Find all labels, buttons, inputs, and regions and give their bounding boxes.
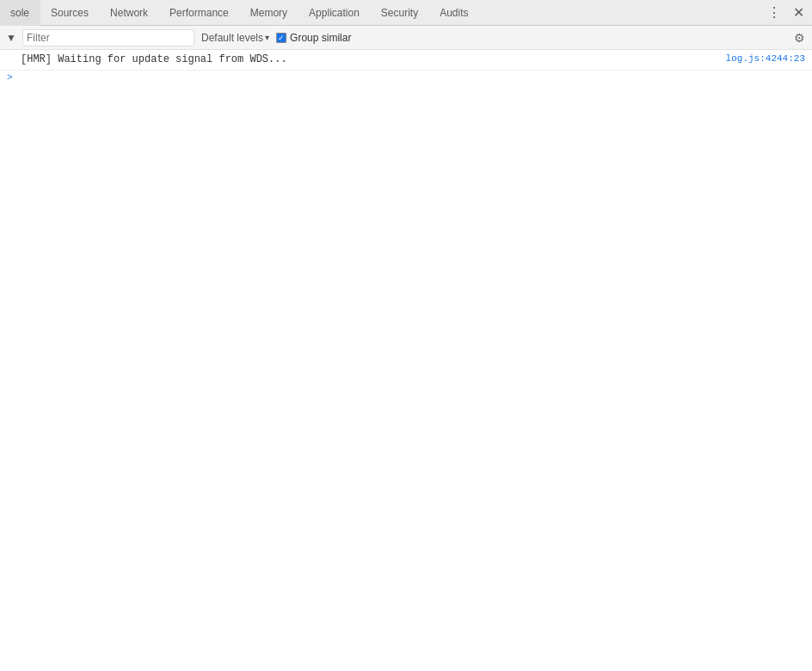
gear-icon: ⚙: [794, 31, 805, 45]
default-levels-dropdown[interactable]: Default levels ▾: [198, 29, 273, 46]
more-tabs-icon: ⋮: [767, 4, 781, 21]
tab-bar-right: ⋮ ✕: [764, 3, 812, 23]
expand-arrow-icon: ▼: [6, 32, 16, 44]
close-icon: ✕: [793, 4, 804, 21]
more-tabs-button[interactable]: ⋮: [764, 3, 784, 23]
devtools-window: sole Sources Network Performance Memory …: [0, 0, 812, 671]
tab-sources[interactable]: Sources: [40, 0, 100, 26]
console-drawer-expand[interactable]: ▼: [3, 30, 19, 46]
tab-bar: sole Sources Network Performance Memory …: [0, 0, 812, 26]
console-message-text: [HMR] Waiting for update signal from WDS…: [21, 52, 719, 67]
settings-button[interactable]: ⚙: [790, 28, 809, 47]
group-similar-label: Group similar: [290, 32, 351, 44]
tab-performance[interactable]: Performance: [159, 0, 240, 26]
console-expand-arrow[interactable]: >: [7, 72, 13, 83]
tab-console[interactable]: sole: [0, 0, 40, 26]
console-message-row: [HMR] Waiting for update signal from WDS…: [0, 50, 812, 71]
tab-memory[interactable]: Memory: [240, 0, 298, 26]
tab-bar-left: sole Sources Network Performance Memory …: [0, 0, 764, 26]
tab-sources-label: Sources: [51, 7, 89, 19]
filter-input[interactable]: [23, 32, 194, 44]
tab-application-label: Application: [309, 7, 360, 19]
group-similar-toggle[interactable]: ✓ Group similar: [276, 32, 351, 44]
tab-memory-label: Memory: [250, 7, 287, 19]
console-content[interactable]: [HMR] Waiting for update signal from WDS…: [0, 50, 812, 671]
tab-console-label: sole: [10, 7, 29, 19]
group-similar-checkbox[interactable]: ✓: [276, 33, 286, 43]
tab-audits[interactable]: Audits: [429, 0, 479, 26]
default-levels-label: Default levels: [201, 32, 263, 44]
filter-box[interactable]: [22, 29, 194, 46]
tab-audits-label: Audits: [440, 7, 468, 19]
tab-security[interactable]: Security: [371, 0, 429, 26]
default-levels-arrow-icon: ▾: [265, 33, 269, 42]
console-message-link[interactable]: log.js:4244:23: [726, 52, 805, 65]
tab-application[interactable]: Application: [298, 0, 371, 26]
tab-security-label: Security: [381, 7, 418, 19]
tab-network[interactable]: Network: [100, 0, 159, 26]
tab-network-label: Network: [110, 7, 148, 19]
close-devtools-button[interactable]: ✕: [788, 3, 809, 23]
console-expand-row: >: [0, 71, 812, 84]
tab-performance-label: Performance: [169, 7, 229, 19]
console-toolbar: ▼ Default levels ▾ ✓ Group similar ⚙: [0, 26, 812, 50]
